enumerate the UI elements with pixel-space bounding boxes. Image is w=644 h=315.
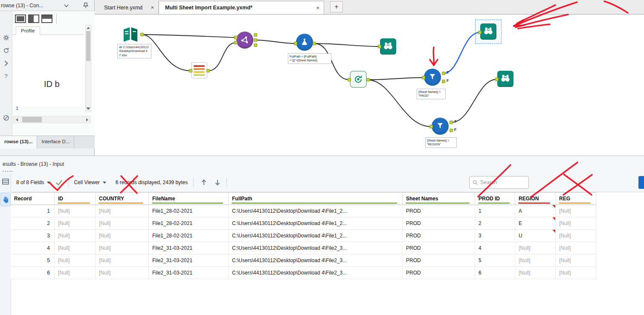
- anchor-output-true[interactable]: [442, 72, 445, 75]
- table-cell[interactable]: PROD: [403, 267, 475, 279]
- tool-input-data[interactable]: [122, 26, 139, 45]
- table-cell[interactable]: C:\Users\44130112\Desktop\Download 4\Fil…: [229, 230, 403, 242]
- close-icon[interactable]: ×: [316, 5, 319, 11]
- table-cell[interactable]: [Null]: [55, 242, 96, 254]
- apply-check-icon[interactable]: [55, 179, 63, 185]
- table-cell[interactable]: [Null]: [556, 217, 596, 230]
- table-cell[interactable]: 2: [475, 217, 515, 230]
- new-tab-button[interactable]: +: [330, 1, 343, 12]
- table-cell[interactable]: File1_28-02-2021: [149, 230, 229, 242]
- workflow-canvas[interactable]: dir C:\Users\44130112 \Desktop\Download …: [95, 14, 644, 156]
- table-cell[interactable]: File2_31-03-2021: [149, 242, 229, 254]
- table-cell[interactable]: File1_28-02-2021: [149, 205, 229, 217]
- column-header-filename[interactable]: FileName: [149, 193, 229, 205]
- tool-browse[interactable]: [380, 38, 396, 55]
- table-cell[interactable]: 6: [475, 267, 515, 279]
- refresh-icon[interactable]: [2, 46, 10, 55]
- column-header-reg[interactable]: REG: [556, 193, 596, 205]
- export-button-partial[interactable]: [638, 176, 644, 189]
- move-down-icon[interactable]: [214, 179, 221, 186]
- column-header-fullpath[interactable]: FullPath: [229, 193, 403, 205]
- anchor-input[interactable]: [234, 41, 238, 44]
- anchor-output[interactable]: [206, 69, 210, 72]
- table-cell[interactable]: [Null]: [96, 205, 149, 217]
- table-cell[interactable]: [Null]: [556, 242, 596, 254]
- chevron-down-icon[interactable]: [103, 182, 106, 184]
- scrollbar-thumb[interactable]: [86, 31, 90, 61]
- tool-formula[interactable]: [296, 34, 313, 51]
- scroll-up-arrow-icon[interactable]: [87, 27, 90, 29]
- record-number[interactable]: 3: [11, 230, 55, 242]
- tab-profile[interactable]: Profile: [16, 26, 40, 35]
- column-header-sheet-names[interactable]: Sheet Names: [403, 193, 475, 205]
- record-number[interactable]: 6: [11, 267, 55, 279]
- table-cell[interactable]: [Null]: [96, 217, 149, 230]
- tool-annotation-input[interactable]: dir C:\Users\44130112 \Desktop\Download …: [117, 44, 151, 58]
- tool-browse-selected[interactable]: [480, 23, 496, 40]
- table-cell[interactable]: 3: [475, 230, 515, 242]
- search-box[interactable]: [469, 176, 529, 189]
- anchor-input[interactable]: [348, 78, 351, 81]
- scrollbar-thumb[interactable]: [22, 117, 42, 122]
- tool-filter-region[interactable]: [432, 118, 449, 135]
- table-cell[interactable]: File1_28-02-2021: [149, 217, 229, 230]
- tool-annotation-filter-region[interactable]: [Sheet Names] = "REGION": [425, 137, 457, 148]
- anchor-output[interactable]: [366, 78, 370, 81]
- anchor-output-false[interactable]: [450, 129, 453, 132]
- table-cell[interactable]: File2_31-03-2021: [149, 254, 229, 267]
- cell-viewer-dropdown[interactable]: Cell Viewer: [74, 179, 99, 185]
- anchor-input[interactable]: [234, 36, 238, 39]
- tool-join-multiple[interactable]: [236, 32, 253, 49]
- anchor-input[interactable]: [189, 69, 192, 72]
- table-cell[interactable]: C:\Users\44130112\Desktop\Download 4\Fil…: [229, 254, 403, 267]
- table-cell[interactable]: PROD: [403, 242, 475, 254]
- table-cell[interactable]: PROD: [403, 230, 475, 242]
- anchor-input[interactable]: [495, 78, 499, 81]
- table-cell[interactable]: PROD: [403, 205, 475, 217]
- table-cell[interactable]: U: [515, 230, 556, 242]
- column-header-record[interactable]: Record: [11, 193, 55, 205]
- table-cell[interactable]: [Null]: [96, 242, 149, 254]
- anchor-input[interactable]: [378, 45, 381, 48]
- layout-split-horizontal-button[interactable]: [41, 14, 52, 23]
- search-input[interactable]: [480, 179, 525, 185]
- chevron-down-icon[interactable]: [47, 182, 50, 184]
- table-cell[interactable]: [Null]: [55, 267, 96, 279]
- table-cell[interactable]: [Null]: [556, 230, 596, 242]
- table-cell[interactable]: 4: [475, 242, 515, 254]
- tab-start-here[interactable]: Start Here.yxmd ×: [98, 1, 159, 14]
- anchor-output[interactable]: [254, 33, 257, 37]
- table-cell[interactable]: [Null]: [55, 254, 96, 267]
- anchor-output[interactable]: [313, 42, 316, 45]
- chevron-right-icon[interactable]: [2, 59, 10, 67]
- table-cell[interactable]: 5: [475, 254, 515, 267]
- anchor-input[interactable]: [422, 76, 425, 79]
- tab-multi-sheet-import[interactable]: Multi Sheet Import Example.yxmd* ×: [159, 1, 324, 14]
- tool-dynamic-input[interactable]: [350, 71, 367, 88]
- scroll-right-arrow-icon[interactable]: [86, 118, 88, 121]
- tool-annotation-formula[interactable]: FullPath = [FullPath] +"|||"+[Sheet Name…: [288, 53, 331, 64]
- move-up-icon[interactable]: [200, 179, 207, 186]
- table-cell[interactable]: PROD: [403, 254, 475, 267]
- help-icon[interactable]: ?: [2, 72, 10, 80]
- column-header-region[interactable]: REGION: [515, 193, 556, 205]
- table-cell[interactable]: [Null]: [515, 267, 556, 279]
- gear-icon[interactable]: [2, 33, 10, 42]
- table-cell[interactable]: [Null]: [96, 254, 149, 267]
- column-header-country[interactable]: COUNTRY: [96, 193, 149, 205]
- anchor-output[interactable]: [254, 43, 257, 47]
- pan-hand-icon[interactable]: [0, 193, 11, 206]
- table-cell[interactable]: [Null]: [515, 254, 556, 267]
- anchor-output[interactable]: [140, 33, 144, 36]
- table-cell[interactable]: [Null]: [96, 267, 149, 279]
- tool-sheet-names-macro[interactable]: [191, 62, 207, 78]
- anchor-output[interactable]: [254, 38, 257, 42]
- anchor-output-false[interactable]: [442, 80, 445, 83]
- tab-browse-13[interactable]: rowse (13)...: [0, 136, 37, 149]
- table-cell[interactable]: C:\Users\44130112\Desktop\Download 4\Fil…: [229, 205, 403, 217]
- close-icon[interactable]: ×: [151, 4, 154, 11]
- scroll-left-arrow-icon[interactable]: [16, 118, 18, 121]
- table-cell[interactable]: C:\Users\44130112\Desktop\Download 4\Fil…: [229, 242, 403, 254]
- chevron-down-icon[interactable]: [62, 2, 70, 9]
- table-view-icon[interactable]: [0, 176, 11, 188]
